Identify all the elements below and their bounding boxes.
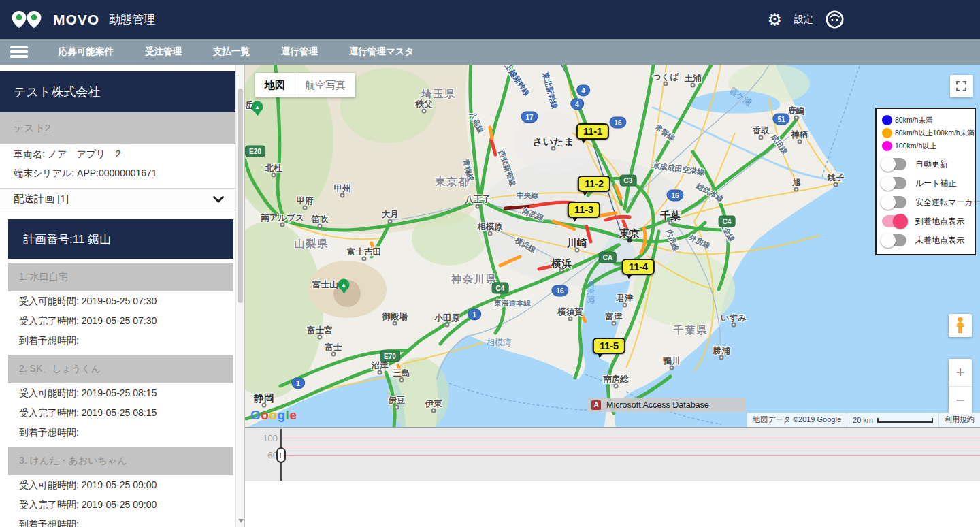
zoom-out-button[interactable]: − — [949, 387, 972, 414]
route-badge: CA — [599, 252, 617, 264]
notification-text: Microsoft Access Database — [606, 400, 709, 410]
map-label: 神奈川県 — [451, 273, 497, 286]
access-database-notification[interactable]: A Microsoft Access Database — [587, 398, 746, 412]
route-badge: 1 — [291, 378, 305, 389]
map-marker[interactable]: 11-5 — [593, 338, 625, 354]
map-overlays: 埼玉県東京都神奈川県山梨県千葉県さいたま東京千葉川崎横浜静岡秩父つくば土浦鹿嶋香… — [245, 65, 980, 427]
stop-detail: 到着予想時間: — [8, 423, 233, 443]
sidebar: テスト株式会社 テスト2 車両名: ノア アプリ 2 端末シリアル: APP:0… — [0, 65, 245, 527]
main-panel: 埼玉県東京都神奈川県山梨県千葉県さいたま東京千葉川崎横浜静岡秩父つくば土浦鹿嶋香… — [245, 65, 980, 527]
city-dot — [318, 335, 323, 340]
legend-toggle[interactable] — [882, 234, 906, 246]
map-label: 内房線 — [664, 228, 681, 253]
stop-header[interactable]: 1. 水口自宅 — [8, 263, 233, 291]
fullscreen-button[interactable] — [950, 75, 973, 97]
legend-toggle[interactable] — [882, 158, 906, 170]
route-badge: 1 — [468, 309, 481, 321]
speed-timeline: 10060 — [245, 427, 980, 481]
brand-name: MOVO — [53, 12, 99, 28]
settings-link[interactable]: 設定 — [794, 14, 813, 26]
logo-letter: g — [278, 408, 286, 422]
map-label: 成田線 — [768, 132, 789, 157]
timeline-slider-handle[interactable] — [276, 447, 286, 463]
gear-icon[interactable]: ⚙ — [767, 12, 782, 28]
street-view-pegman-button[interactable] — [949, 314, 972, 337]
main-nav: 応募可能案件受注管理支払一覧運行管理運行管理マスタ — [0, 39, 980, 65]
toggle-knob — [881, 157, 896, 172]
map-marker[interactable]: 11-4 — [622, 259, 655, 275]
nav-tab[interactable]: 運行管理マスタ — [333, 46, 429, 58]
device-serial: 端末シリアル: APP:00000001671 — [0, 163, 236, 182]
logo-letter: G — [250, 408, 261, 422]
driver-name[interactable]: テスト2 — [0, 112, 236, 144]
scrollbar-thumb[interactable] — [238, 89, 243, 303]
city-dot — [395, 405, 399, 410]
toggle-label: 安全運転マーカー — [915, 197, 980, 208]
zoom-in-button[interactable]: + — [949, 359, 972, 387]
toggle-knob — [893, 214, 908, 229]
logo-letter: e — [289, 408, 297, 422]
logo-letter: o — [261, 408, 269, 422]
route-badge: C4 — [719, 216, 736, 227]
toggle-label: 自動更新 — [915, 159, 948, 170]
stop-detail: 受入可能時間: 2019-05-25 07:30 — [8, 291, 233, 311]
map-label: 富士山 — [312, 279, 338, 291]
user-avatar-icon[interactable] — [826, 10, 844, 29]
legend-toggle[interactable] — [882, 215, 906, 227]
delivery-plan-toggle[interactable]: 配送計画 [1] — [0, 188, 236, 210]
city-dot — [614, 384, 619, 389]
terms-link[interactable]: 利用規約 — [938, 413, 980, 427]
stop-header[interactable]: 3. けんた・あおいちゃん — [8, 447, 233, 475]
plan-title: 計画番号:11 鋸山 — [8, 219, 233, 259]
sidebar-scrollbar[interactable] — [235, 65, 244, 527]
legend-toggle[interactable] — [882, 177, 906, 189]
axis-tick-label: 100 — [250, 433, 278, 443]
nav-tab[interactable]: 支払一覧 — [197, 46, 265, 58]
nav-tab[interactable]: 運行管理 — [265, 46, 333, 58]
route-badge: 16 — [609, 117, 626, 129]
route-badge: 16 — [666, 190, 683, 202]
city-dot — [272, 173, 276, 178]
city-dot — [378, 370, 382, 375]
map-label: 八高線 — [467, 110, 486, 135]
city-dot — [262, 403, 267, 408]
map-legend: 80km/h未満80km/h以上100km/h未満100km/h以上 自動更新ル… — [875, 108, 976, 255]
map-label: 中央線 — [517, 191, 539, 201]
nav-tab[interactable]: 受注管理 — [129, 46, 197, 58]
map-type-map-button[interactable]: 地図 — [255, 73, 295, 97]
map-type-satellite-button[interactable]: 航空写真 — [295, 73, 355, 97]
speed-gridline — [282, 447, 980, 447]
map-label: 千葉県 — [674, 324, 708, 337]
legend-speed-item: 80km/h以上100km/h未満 — [882, 127, 969, 140]
stop-detail: 到着予想時間: — [8, 331, 233, 351]
map-label: 外房線 — [687, 232, 712, 251]
city-dot — [399, 378, 404, 383]
fullscreen-icon — [956, 81, 966, 91]
map-label: 霞ケ浦 — [727, 85, 753, 109]
route-badge: 51 — [772, 114, 789, 125]
speed-color-dot — [882, 128, 892, 138]
toggle-knob — [881, 176, 896, 191]
city-dot — [759, 135, 764, 140]
stop-detail: 受入可能時間: 2019-05-25 09:00 — [8, 475, 233, 495]
company-header: テスト株式会社 — [0, 71, 236, 112]
city-dot — [422, 109, 427, 114]
map-marker[interactable]: 11-3 — [568, 202, 600, 218]
speed-label: 80km/h以上100km/h未満 — [895, 129, 975, 138]
map-type-control: 地図 航空写真 — [255, 73, 355, 97]
nav-tab[interactable]: 応募可能案件 — [43, 46, 129, 58]
map-canvas[interactable]: 埼玉県東京都神奈川県山梨県千葉県さいたま東京千葉川崎横浜静岡秩父つくば土浦鹿嶋香… — [245, 65, 980, 427]
map-marker[interactable]: 11-1 — [576, 123, 609, 140]
map-label: 相模湾 — [487, 337, 511, 349]
speed-label: 80km/h未満 — [895, 116, 932, 125]
stop-header[interactable]: 2. SK、しょうくん — [8, 355, 233, 383]
scrollbar-down-arrow-icon[interactable] — [238, 519, 244, 523]
map-marker[interactable]: 11-2 — [578, 176, 610, 192]
map-label: 東北新幹線 — [540, 71, 560, 110]
speed-legend: 80km/h未満80km/h以上100km/h未満100km/h以上 — [882, 114, 969, 153]
zoom-control: + − — [949, 359, 972, 414]
city-dot — [575, 248, 580, 253]
toggle-label: 到着地点表示 — [915, 216, 964, 227]
hamburger-menu-icon[interactable] — [10, 46, 28, 58]
legend-toggle[interactable] — [882, 196, 906, 208]
